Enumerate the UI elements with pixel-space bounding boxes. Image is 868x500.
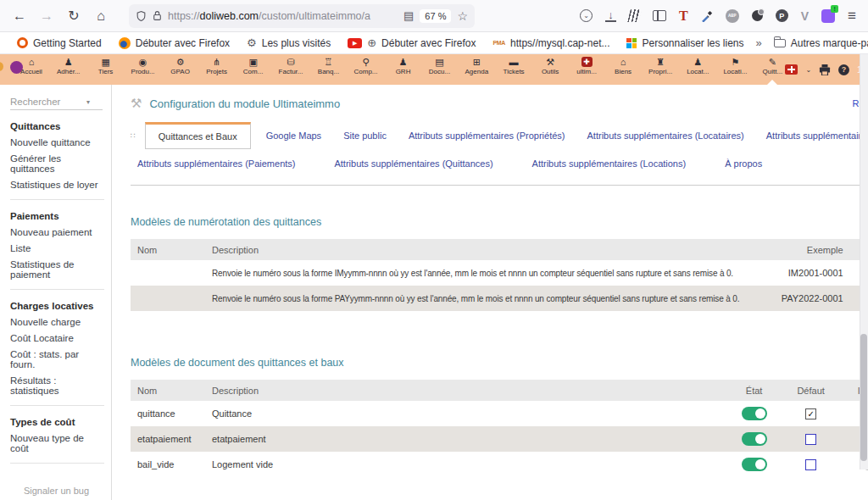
eyedropper-icon[interactable] (701, 10, 713, 22)
col-etat: État (728, 380, 781, 401)
forward-button[interactable]: → (36, 5, 58, 27)
topmenu-item-comptabilite[interactable]: ⚲Comp... (353, 54, 380, 85)
cookie-extension-icon[interactable] (752, 10, 763, 21)
topmenu-item-produits[interactable]: ◉Produ... (130, 54, 157, 85)
documents-icon: ▤ (435, 57, 443, 67)
model-description: Quittance (205, 401, 728, 426)
scrollbar-thumb[interactable] (860, 334, 867, 461)
default-checkbox[interactable]: ✓ (805, 408, 816, 419)
lock-icon[interactable] (153, 10, 162, 21)
sidebar-item-nouvelle-charge[interactable]: Nouvelle charge (10, 317, 103, 327)
shield-icon[interactable] (136, 10, 147, 22)
help-icon[interactable]: ? (838, 64, 849, 75)
v-extension-icon[interactable]: V (801, 9, 809, 23)
tab-a-propos[interactable]: À propos (725, 151, 762, 176)
zoom-level[interactable]: 67 % (420, 9, 451, 23)
topmenu-items: ⌂Accueil ♟Adhér... ▦Tiers ◉Produ... ⚙GPA… (19, 54, 785, 85)
tab-attributs-locataires[interactable]: Attributs supplémentaires (Locataires) (587, 123, 744, 148)
topmenu-item-banques[interactable]: ♖Banq... (316, 54, 342, 85)
report-bug-link[interactable]: Signaler un bug (10, 486, 103, 496)
default-checkbox[interactable] (805, 459, 816, 470)
state-toggle[interactable] (742, 458, 767, 471)
sidebar-item-nouveau-type-cout[interactable]: Nouveau type de coût (10, 433, 103, 453)
other-bookmarks[interactable]: Autres marque-pages (769, 36, 868, 51)
sidebar-item-cout-stats-fourn[interactable]: Coût : stats. par fourn. (10, 349, 103, 369)
pocket-icon[interactable]: ⌄ (580, 9, 593, 22)
topmenu-item-tickets[interactable]: ▬Tickets (501, 54, 526, 85)
topmenu-item-adherents[interactable]: ♟Adhér... (55, 54, 82, 85)
bookmark-star-icon[interactable]: ☆ (457, 9, 468, 23)
tab-attributs-locations[interactable]: Attributs supplémentaires (Locations) (532, 151, 687, 176)
sidebar-item-stats-paiement[interactable]: Statistiques de paiement (10, 259, 103, 280)
topmenu-item-locataires[interactable]: ♟Locat... (685, 54, 710, 85)
puzzle-extension-icon[interactable]: ! (821, 9, 835, 23)
reload-button[interactable]: ↻ (63, 5, 85, 27)
sidebar-item-stats-loyer[interactable]: Statistiques de loyer (10, 180, 103, 190)
sidebar-item-nouvelle-quittance[interactable]: Nouvelle quittance (10, 137, 103, 147)
topmenu-right: ⌄ ? 15.0.0 ★ ⌄ Alice ⌄ (785, 62, 868, 77)
sidebar-item-liste[interactable]: Liste (10, 243, 103, 253)
tabs-drag-handle-icon[interactable]: ∷ (131, 131, 136, 140)
topmenu-item-grh[interactable]: ♟GRH (391, 54, 416, 85)
url-bar[interactable]: https://doliweb.com/custom/ultimateimmo/… (129, 4, 475, 28)
topmenu-item-accueil[interactable]: ⌂Accueil (19, 54, 44, 85)
topmenu-item-agenda[interactable]: ⊞Agenda (464, 54, 491, 85)
topmenu-item-facturation[interactable]: ⛁Factur... (277, 54, 305, 85)
bookmark-getting-started[interactable]: Getting Started (12, 36, 107, 51)
language-flag-icon[interactable] (785, 64, 798, 75)
library-icon[interactable] (627, 9, 642, 22)
doc-models-section-title: Modèles de document des quittances et ba… (131, 357, 868, 369)
topmenu-item-outils[interactable]: ⚒Outils (537, 54, 563, 85)
sidebar-search[interactable]: ▾ (10, 97, 103, 110)
tab-site-public[interactable]: Site public (343, 123, 387, 148)
sidebar-group-types-cout: Types de coût (10, 417, 103, 427)
tab-attributs-quittances[interactable]: Attributs supplémentaires (Quittances) (334, 151, 492, 176)
topmenu-item-proprietaires[interactable]: ♜Propri... (647, 54, 674, 85)
sidebar-item-nouveau-paiement[interactable]: Nouveau paiement (10, 227, 103, 237)
bookmark-label: Débuter avec Firefox (136, 37, 230, 49)
sidebar-item-generer-quittances[interactable]: Générer les quittances (10, 153, 103, 174)
state-toggle[interactable] (742, 407, 767, 420)
bookmark-debuter-firefox[interactable]: Débuter avec Firefox (114, 36, 235, 51)
state-toggle[interactable] (742, 432, 767, 446)
tab-quittances-et-baux[interactable]: Quittances et Baux (145, 122, 251, 149)
search-input[interactable] (10, 97, 86, 107)
p-extension-icon[interactable]: P (776, 9, 788, 22)
reader-mode-icon[interactable]: ▤ (403, 9, 414, 22)
menu-icon[interactable]: ≡ (848, 8, 856, 25)
sidebar-group-charges: Charges locatives (10, 301, 103, 311)
topmenu-item-quittances[interactable]: ✎Quitt... (760, 54, 785, 85)
bookmark-youtube[interactable]: ▶⊕Débuter avec Firefox (342, 35, 481, 51)
bookmark-mysql[interactable]: PMAhttps//mysql.cap-net... (487, 36, 615, 51)
col-defaut: Défaut (781, 380, 842, 401)
topmenu-item-gpao[interactable]: ⚙GPAO (168, 54, 193, 85)
tab-attributs-proprietes[interactable]: Attributs supplémentaires (Propriétés) (409, 123, 565, 148)
topmenu-item-projets[interactable]: ⋔Projets (204, 54, 230, 85)
sidebar-item-resultats-stats[interactable]: Résultats : statistiques (10, 375, 103, 396)
table-header-row: Nom Description Exemple État Infos (131, 239, 868, 260)
sidebar-item-cout-locataire[interactable]: Coût Locataire (10, 333, 103, 343)
back-button[interactable]: ← (8, 5, 31, 27)
topmenu-item-locations[interactable]: ⚑Locati... (721, 54, 748, 85)
topmenu-item-tiers[interactable]: ▦Tiers (93, 54, 119, 85)
url-text[interactable]: https://doliweb.com/custom/ultimateimmo/… (168, 10, 398, 22)
home-button[interactable]: ⌂ (90, 5, 112, 27)
downloads-icon[interactable]: ↓ (605, 10, 616, 22)
default-checkbox[interactable] (805, 434, 816, 445)
page-scrollbar[interactable] (860, 54, 868, 469)
adblock-icon[interactable]: ABP (726, 9, 739, 23)
tab-attributs-proprietaires[interactable]: Attributs supplémentaires (Propriétaires… (766, 123, 868, 148)
bookmark-plus-visites[interactable]: ⚙Les plus visités (242, 35, 336, 51)
topmenu-item-biens[interactable]: ⌂Biens (610, 54, 636, 85)
bookmark-personnaliser[interactable]: Personnaliser les liens (621, 36, 748, 51)
tab-google-maps[interactable]: Google Maps (266, 123, 321, 148)
print-icon[interactable] (819, 64, 831, 75)
bookmarks-overflow-icon[interactable]: » (756, 36, 762, 49)
chevron-down-icon[interactable]: ▾ (86, 98, 90, 106)
topmenu-item-ultimateimmo[interactable]: ✚ultim... (574, 54, 599, 85)
t-extension-icon[interactable]: T (679, 8, 688, 24)
topmenu-item-commerce[interactable]: ▣Com... (241, 54, 266, 85)
sidebar-toggle-icon[interactable] (653, 10, 666, 21)
tab-attributs-paiements[interactable]: Attributs supplémentaires (Paiements) (137, 151, 295, 176)
topmenu-item-documents[interactable]: ▤Docu... (427, 54, 453, 85)
